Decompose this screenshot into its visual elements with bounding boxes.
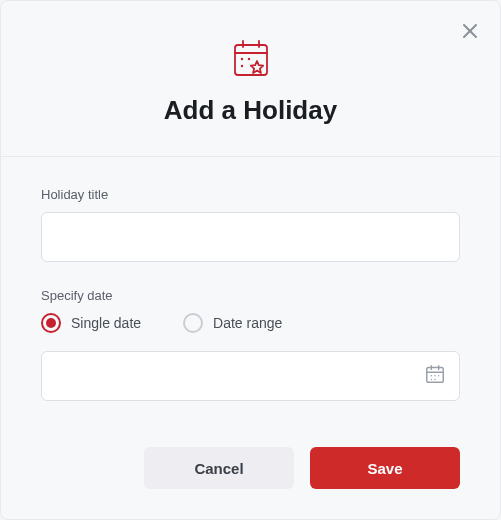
radio-date-range[interactable]: Date range: [183, 313, 282, 333]
cancel-button[interactable]: Cancel: [144, 447, 294, 489]
date-type-radio-group: Single date Date range: [41, 313, 460, 333]
holiday-title-input[interactable]: [41, 212, 460, 262]
calendar-star-icon: [229, 37, 273, 81]
svg-point-7: [247, 58, 249, 60]
date-input[interactable]: [41, 351, 460, 401]
title-section: Holiday title: [41, 187, 460, 262]
radio-indicator-unselected: [183, 313, 203, 333]
add-holiday-modal: Add a Holiday Holiday title Specify date…: [0, 0, 501, 520]
radio-indicator-selected: [41, 313, 61, 333]
specify-date-label: Specify date: [41, 288, 460, 303]
date-input-wrap: [41, 351, 460, 401]
holiday-title-label: Holiday title: [41, 187, 460, 202]
date-section: Specify date Single date Date range: [41, 288, 460, 401]
close-icon: [462, 23, 478, 39]
svg-rect-2: [235, 45, 267, 75]
modal-footer: Cancel Save: [1, 447, 500, 520]
radio-single-label: Single date: [71, 315, 141, 331]
modal-title: Add a Holiday: [25, 95, 476, 126]
svg-point-6: [240, 58, 242, 60]
save-button[interactable]: Save: [310, 447, 460, 489]
radio-range-label: Date range: [213, 315, 282, 331]
close-button[interactable]: [458, 19, 482, 43]
radio-single-date[interactable]: Single date: [41, 313, 141, 333]
modal-header: Add a Holiday: [1, 1, 500, 157]
modal-body: Holiday title Specify date Single date D…: [1, 157, 500, 447]
svg-point-8: [240, 65, 242, 67]
